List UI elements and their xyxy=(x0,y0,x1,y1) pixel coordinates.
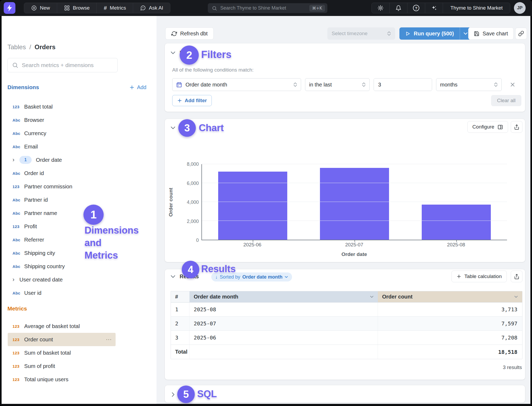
remove-filter-button[interactable] xyxy=(510,82,515,87)
dimension-item[interactable]: AbcCurrency xyxy=(8,127,116,140)
new-label: New xyxy=(40,5,50,11)
column-menu-chevron-icon[interactable] xyxy=(370,296,374,298)
breadcrumb-tables-link[interactable]: Tables xyxy=(7,43,26,51)
dimension-item[interactable]: 123Profit xyxy=(8,220,116,233)
add-label: Add xyxy=(137,84,146,90)
total-label-cell: Total xyxy=(171,345,189,359)
dimension-item[interactable]: ›1Order date xyxy=(8,153,116,167)
export-results-button[interactable] xyxy=(511,271,522,282)
metric-item[interactable]: 123Average of basket total xyxy=(8,320,116,333)
metric-item[interactable]: 123Order count⋯ xyxy=(8,333,116,346)
field-label: Email xyxy=(24,143,38,150)
dimension-item[interactable]: AbcEmail xyxy=(8,140,116,153)
field-label: Sum of profit xyxy=(24,363,55,369)
table-row[interactable]: 12025-083,713 xyxy=(171,303,522,317)
search-icon xyxy=(12,62,18,68)
gridline xyxy=(202,221,507,221)
help-button[interactable]: ? xyxy=(407,3,425,13)
refresh-icon xyxy=(171,31,177,36)
timezone-placeholder: Select timezone xyxy=(332,31,368,36)
collapse-chart-chevron-icon[interactable] xyxy=(171,126,175,130)
table-calculation-button[interactable]: Table calculation xyxy=(451,271,507,282)
filter-unit-select[interactable]: months xyxy=(436,78,502,91)
global-search[interactable]: ⌘+K xyxy=(208,3,327,13)
dimension-item[interactable]: AbcPartner id xyxy=(8,193,116,206)
fields-search-input[interactable] xyxy=(22,62,113,68)
gridline xyxy=(202,183,507,183)
dimension-column-header[interactable]: Order date month xyxy=(189,291,378,302)
user-avatar[interactable]: JP xyxy=(514,2,526,14)
more-options-icon[interactable]: ⋯ xyxy=(106,336,112,343)
table-row[interactable]: 22025-077,597 xyxy=(171,317,522,331)
notifications-button[interactable] xyxy=(390,3,407,13)
refresh-dbt-button[interactable]: Refresh dbt xyxy=(165,27,214,40)
dimension-item[interactable]: AbcOrder id xyxy=(8,167,116,180)
collapse-filters-chevron-icon[interactable] xyxy=(171,51,175,55)
row-index-cell: 2 xyxy=(171,317,189,330)
lightning-bolt-icon xyxy=(7,5,12,11)
filters-condition-text: All of the following conditions match: xyxy=(172,67,254,73)
sorted-by-prefix: Sorted by xyxy=(220,274,240,280)
sparkles-icon xyxy=(431,5,437,11)
metric-item[interactable]: 123Total unique users xyxy=(8,373,116,386)
settings-button[interactable] xyxy=(372,3,390,13)
share-icon xyxy=(514,274,520,279)
global-search-input[interactable] xyxy=(220,5,306,11)
field-label: Browser xyxy=(24,117,44,123)
filter-amount-input[interactable] xyxy=(374,78,432,91)
dimension-item[interactable]: AbcBrowser xyxy=(8,113,116,127)
export-chart-button[interactable] xyxy=(511,121,522,133)
sparkles-button[interactable] xyxy=(425,3,443,13)
filter-field-select[interactable]: Order date month xyxy=(172,78,301,91)
share-link-button[interactable] xyxy=(515,28,527,39)
number-type-icon: 123 xyxy=(12,184,24,189)
results-total-row: Total 18,518 xyxy=(171,345,522,359)
field-label: Shipping city xyxy=(24,250,55,256)
fields-search[interactable] xyxy=(7,58,118,72)
results-count: 3 results xyxy=(503,364,522,370)
top-navbar: New Browse # Metrics Ask AI ⌘+K xyxy=(0,0,532,16)
results-section-title: Results xyxy=(180,274,199,280)
metric-item[interactable]: 123Sum of basket total xyxy=(8,346,116,359)
metric-item[interactable]: 123Sum of profit xyxy=(8,359,116,373)
bar[interactable] xyxy=(218,172,287,240)
bar[interactable] xyxy=(422,205,491,240)
dimension-item[interactable]: 123Basket total xyxy=(8,100,116,113)
org-switcher[interactable]: Thyme to Shine Market xyxy=(443,3,510,13)
filter-field-value: Order date month xyxy=(185,82,227,88)
dimension-item[interactable]: AbcShipping city xyxy=(8,246,116,260)
expand-sql-chevron-icon[interactable] xyxy=(172,392,175,397)
dimension-item[interactable]: 123Partner commission xyxy=(8,180,116,193)
sorted-by-pill[interactable]: ↓ Sorted by Order date month xyxy=(211,272,292,281)
timezone-select[interactable]: Select timezone xyxy=(327,27,395,40)
add-dimension-button[interactable]: Add xyxy=(129,84,146,90)
refresh-label: Refresh dbt xyxy=(180,31,208,37)
table-row[interactable]: 32025-067,208 xyxy=(171,331,522,345)
dimension-item[interactable]: AbcUser id xyxy=(8,286,116,300)
save-chart-label: Save chart xyxy=(483,31,508,37)
ask-ai-button[interactable]: Ask AI xyxy=(133,3,170,13)
org-name: Thyme to Shine Market xyxy=(450,5,503,11)
dimension-item[interactable]: AbcShipping country xyxy=(8,260,116,273)
browse-button[interactable]: Browse xyxy=(57,3,97,13)
chevron-down-icon xyxy=(285,276,288,278)
metric-column-header[interactable]: Order count xyxy=(378,291,522,302)
column-menu-chevron-icon[interactable] xyxy=(514,296,518,298)
dimension-item[interactable]: ›User created date xyxy=(8,273,116,286)
clear-all-filters-button[interactable]: Clear all xyxy=(491,95,521,106)
add-filter-button[interactable]: Add filter xyxy=(172,95,212,106)
dimension-item[interactable]: AbcPartner name xyxy=(8,206,116,220)
configure-chart-button[interactable]: Configure xyxy=(467,121,508,133)
string-type-icon: Abc xyxy=(12,144,24,149)
bar[interactable] xyxy=(320,168,389,240)
dimension-item[interactable]: AbcReferrer xyxy=(8,233,116,246)
dimensions-header: Dimensions Add xyxy=(7,84,146,90)
app-logo[interactable] xyxy=(4,2,15,14)
filter-operator-select[interactable]: in the last xyxy=(305,78,370,91)
filter-amount-input-group xyxy=(374,78,432,91)
metrics-button[interactable]: # Metrics xyxy=(97,3,133,13)
collapse-results-chevron-icon[interactable] xyxy=(171,275,175,278)
run-query-button[interactable]: Run query (500) xyxy=(399,27,460,40)
save-chart-button[interactable]: Save chart xyxy=(468,27,514,40)
new-button[interactable]: New xyxy=(24,3,57,13)
